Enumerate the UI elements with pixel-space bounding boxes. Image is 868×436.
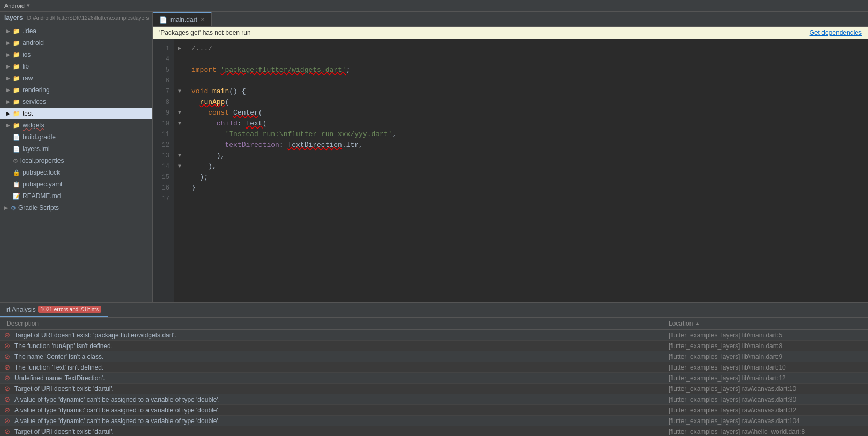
sidebar-item-build-gradle[interactable]: 📄 build.gradle (0, 131, 152, 143)
fold-13[interactable]: ▼ (174, 151, 185, 161)
error-loc-5: [flutter_examples_layers] raw\canvas.dar… (664, 385, 868, 393)
error-icon-6: ⊘ (4, 395, 10, 403)
error-row-1[interactable]: ⊘ The function 'runApp' isn't defined. [… (0, 341, 868, 351)
error-icon-9: ⊘ (4, 427, 10, 435)
fold-7[interactable]: ▼ (174, 86, 185, 97)
error-icon-1: ⊘ (4, 342, 10, 350)
sidebar-label-idea: .idea (23, 26, 36, 36)
sidebar-item-layers-iml[interactable]: 📄 layers.iml (0, 143, 152, 155)
error-loc-9: [flutter_examples_layers] raw\hello_worl… (664, 428, 868, 435)
fold-16 (174, 183, 185, 193)
error-desc-9: Target of URI doesn't exist: 'dartui'. (14, 428, 664, 435)
arrow-lib: ▶ (6, 61, 13, 72)
sidebar-item-readme-md[interactable]: 📝 README.md (0, 190, 152, 202)
sidebar-item-rendering[interactable]: ▶ 📁 rendering (0, 84, 152, 96)
sidebar-item-gradle-scripts[interactable]: ▶ ⚙ Gradle Scripts (0, 202, 152, 214)
error-row-0[interactable]: ⊘ Target of URI doesn't exist: 'package:… (0, 330, 868, 341)
error-table[interactable]: Description Location ▲ ⊘ Target of URI d… (0, 318, 868, 436)
tab-dart-analysis[interactable]: rt Analysis 1021 errors and 73 hints (0, 303, 108, 317)
line-num-12: 12 (153, 140, 174, 151)
folder-icon-ios: 📁 (13, 49, 20, 60)
tab-close-button[interactable]: ✕ (201, 17, 205, 22)
fold-9[interactable]: ▼ (174, 108, 185, 118)
sidebar-item-android[interactable]: ▶ 📁 android (0, 37, 152, 49)
code-line-8: runApp( (191, 97, 862, 108)
error-loc-8: [flutter_examples_layers] raw\canvas.dar… (664, 417, 868, 425)
code-content[interactable]: /.../ import 'package:flutter/widgets.da… (185, 39, 868, 302)
sidebar-item-widgets[interactable]: ▶ 📁 widgets (0, 119, 152, 131)
arrow-test: ▶ (6, 108, 13, 119)
sidebar-tree[interactable]: ▶ 📁 .idea ▶ 📁 android ▶ 📁 ios ▶ (0, 24, 152, 302)
sidebar-path: D:\Android\FlutterSDK\1226\flutter\examp… (27, 15, 149, 21)
error-loc-3: [flutter_examples_layers] lib\main.dart:… (664, 364, 868, 371)
line-num-4: 4 (153, 54, 174, 65)
sidebar-label-pubspec-lock: pubspec.lock (23, 167, 60, 178)
error-row-6[interactable]: ⊘ A value of type 'dynamic' can't be ass… (0, 394, 868, 405)
folder-icon-idea: 📁 (13, 26, 20, 36)
error-row-9[interactable]: ⊘ Target of URI doesn't exist: 'dartui'.… (0, 426, 868, 436)
error-icon-7: ⊘ (4, 406, 10, 414)
fold-14[interactable]: ▼ (174, 161, 185, 172)
error-desc-2: The name 'Center' isn't a class. (14, 353, 664, 360)
file-icon-local-properties: ⚙ (13, 155, 18, 166)
line-num-16: 16 (153, 183, 174, 193)
sidebar-item-local-properties[interactable]: ⚙ local.properties (0, 155, 152, 167)
folder-icon-lib: 📁 (13, 61, 20, 72)
folder-icon-test: 📁 (13, 108, 20, 119)
error-table-header: Description Location ▲ (0, 318, 868, 330)
line-num-15: 15 (153, 172, 174, 183)
error-row-3[interactable]: ⊘ The function 'Text' isn't defined. [fl… (0, 362, 868, 373)
code-editor[interactable]: 1 4 5 6 7 8 9 10 11 12 13 14 15 16 17 ▶ (153, 39, 868, 302)
code-line-17 (191, 193, 862, 204)
error-row-8[interactable]: ⊘ A value of type 'dynamic' can't be ass… (0, 416, 868, 426)
sidebar-label-android: android (23, 37, 44, 48)
error-loc-4: [flutter_examples_layers] lib\main.dart:… (664, 374, 868, 382)
main-area: layers D:\Android\FlutterSDK\1226\flutte… (0, 12, 868, 302)
error-desc-5: Target of URI doesn't exist: 'dartui'. (14, 385, 664, 393)
sort-arrow-icon: ▲ (695, 321, 700, 326)
fold-10[interactable]: ▼ (174, 118, 185, 129)
error-desc-0: Target of URI doesn't exist: 'package:fl… (14, 332, 664, 339)
code-line-14: ), (191, 161, 862, 172)
fold-1[interactable]: ▶ (174, 43, 185, 54)
error-row-2[interactable]: ⊘ The name 'Center' isn't a class. [flut… (0, 351, 868, 362)
line-num-8: 8 (153, 97, 174, 108)
sidebar-item-lib[interactable]: ▶ 📁 lib (0, 61, 152, 72)
col-location-label: Location (669, 320, 693, 327)
fold-11 (174, 129, 185, 140)
file-icon-build-gradle: 📄 (13, 132, 20, 142)
get-dependencies-button[interactable]: Get dependencies (810, 29, 862, 36)
tab-main-dart[interactable]: 📄 main.dart ✕ (153, 12, 212, 26)
sidebar-label-test: test (23, 108, 33, 119)
warning-bar: 'Packages get' has not been run Get depe… (153, 27, 868, 39)
warning-text: 'Packages get' has not been run (159, 29, 251, 36)
editor-area: 📄 main.dart ✕ 'Packages get' has not bee… (153, 12, 868, 302)
sidebar-item-pubspec-yaml[interactable]: 📋 pubspec.yaml (0, 178, 152, 190)
error-row-7[interactable]: ⊘ A value of type 'dynamic' can't be ass… (0, 405, 868, 416)
col-header-location[interactable]: Location ▲ (664, 320, 868, 327)
sidebar: layers D:\Android\FlutterSDK\1226\flutte… (0, 12, 153, 302)
error-row-5[interactable]: ⊘ Target of URI doesn't exist: 'dartui'.… (0, 384, 868, 394)
error-loc-6: [flutter_examples_layers] raw\canvas.dar… (664, 396, 868, 403)
error-icon-4: ⊘ (4, 374, 10, 382)
error-desc-1: The function 'runApp' isn't defined. (14, 342, 664, 350)
arrow-services: ▶ (6, 96, 13, 107)
tab-label: main.dart (170, 16, 197, 24)
line-num-13: 13 (153, 151, 174, 161)
sidebar-item-ios[interactable]: ▶ 📁 ios (0, 49, 152, 61)
sidebar-label-widgets: widgets (23, 120, 44, 131)
sidebar-item-pubspec-lock[interactable]: 🔒 pubspec.lock (0, 167, 152, 178)
sidebar-item-test[interactable]: ▶ 📁 test (0, 108, 152, 119)
sidebar-item-services[interactable]: ▶ 📁 services (0, 96, 152, 108)
fold-4 (174, 54, 185, 65)
arrow-raw: ▶ (6, 73, 13, 84)
col-header-description: Description (0, 320, 664, 327)
fold-6 (174, 76, 185, 86)
folder-icon-gradle-scripts: ⚙ (11, 202, 16, 213)
sidebar-item-idea[interactable]: ▶ 📁 .idea (0, 25, 152, 37)
line-num-6: 6 (153, 76, 174, 86)
error-row-4[interactable]: ⊘ Undefined name 'TextDirection'. [flutt… (0, 373, 868, 384)
line-num-5: 5 (153, 65, 174, 76)
line-num-10: 10 (153, 118, 174, 129)
sidebar-item-raw[interactable]: ▶ 📁 raw (0, 72, 152, 84)
